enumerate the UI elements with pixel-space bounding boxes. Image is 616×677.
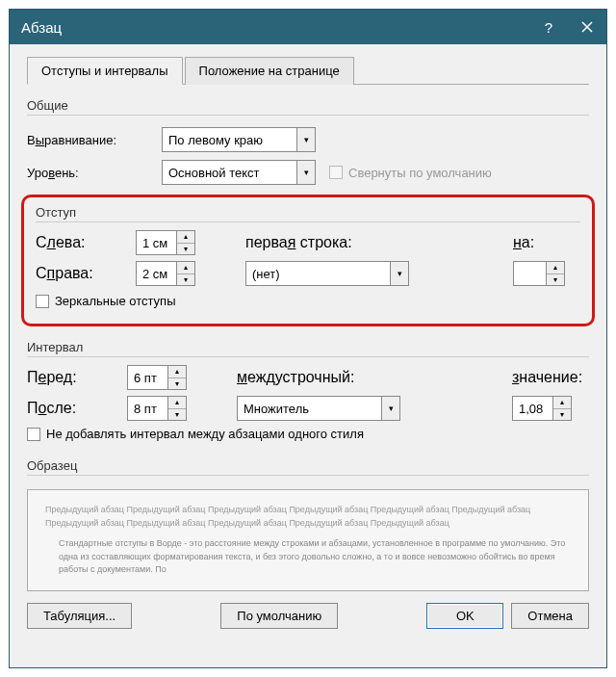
close-icon	[581, 21, 593, 33]
tab-position[interactable]: Положение на странице	[185, 57, 354, 85]
preview-box: Предыдущий абзац Предыдущий абзац Предыд…	[27, 489, 589, 591]
window-title: Абзац	[21, 19, 529, 36]
firstline-select[interactable]: ▾	[245, 261, 409, 286]
linevalue-spinner[interactable]: ▴▾	[512, 396, 572, 421]
before-spinner[interactable]: ▴▾	[127, 365, 187, 390]
linevalue-label: значение:	[512, 369, 582, 386]
spin-up-icon[interactable]: ▴	[177, 262, 194, 274]
left-indent-label: Слева:	[36, 234, 136, 251]
spin-down-icon[interactable]: ▾	[168, 409, 186, 421]
section-indent: Отступ	[36, 205, 580, 222]
right-indent-label: Справа:	[36, 265, 136, 282]
close-button[interactable]	[568, 10, 606, 44]
right-indent-spinner[interactable]: ▴▾	[136, 261, 195, 286]
chevron-down-icon[interactable]: ▾	[381, 396, 400, 421]
chevron-down-icon[interactable]: ▾	[296, 160, 316, 185]
preview-prev-text: Предыдущий абзац Предыдущий абзац Предыд…	[45, 504, 571, 530]
alignment-label: Выравнивание:	[27, 133, 162, 147]
linespacing-select[interactable]: ▾	[237, 396, 400, 421]
before-label: Перед:	[27, 369, 127, 386]
by-spinner[interactable]: ▴▾	[513, 261, 565, 286]
collapse-label: Свернуты по умолчанию	[348, 166, 492, 180]
collapse-checkbox[interactable]	[329, 166, 343, 179]
firstline-label: первая строка:	[245, 234, 352, 251]
spin-up-icon[interactable]: ▴	[168, 397, 186, 409]
linespacing-label: междустрочный:	[237, 369, 354, 386]
section-preview: Образец	[27, 458, 589, 476]
nospace-checkbox[interactable]	[27, 428, 40, 441]
spin-down-icon[interactable]: ▾	[547, 274, 564, 286]
indent-highlight: Отступ Слева: ▴▾ первая строка: на:	[21, 195, 595, 326]
chevron-down-icon[interactable]: ▾	[296, 127, 316, 152]
section-general: Общие	[27, 98, 589, 116]
level-select[interactable]: ▾	[162, 160, 316, 185]
level-label: Уровень:	[27, 166, 162, 180]
preview-sample-text: Стандартные отступы в Ворде - это рассто…	[45, 537, 571, 577]
mirror-checkbox[interactable]	[36, 295, 49, 308]
spin-up-icon[interactable]: ▴	[168, 366, 186, 378]
after-label: После:	[27, 400, 127, 417]
spin-up-icon[interactable]: ▴	[547, 262, 564, 274]
mirror-label: Зеркальные отступы	[55, 294, 175, 308]
default-button[interactable]: По умолчанию	[220, 603, 338, 629]
spin-up-icon[interactable]: ▴	[553, 397, 571, 409]
tabs-button[interactable]: Табуляция...	[27, 603, 132, 629]
ok-button[interactable]: OK	[426, 603, 503, 629]
alignment-select[interactable]: ▾	[162, 127, 316, 152]
section-interval: Интервал	[27, 340, 589, 357]
spin-up-icon[interactable]: ▴	[177, 231, 194, 244]
titlebar: Абзац ?	[10, 10, 606, 44]
help-button[interactable]: ?	[529, 10, 568, 44]
tab-strip: Отступы и интервалы Положение на страниц…	[27, 56, 589, 85]
tab-indents[interactable]: Отступы и интервалы	[27, 57, 183, 85]
spin-down-icon[interactable]: ▾	[553, 409, 571, 421]
cancel-button[interactable]: Отмена	[511, 603, 589, 629]
spin-down-icon[interactable]: ▾	[177, 244, 194, 255]
nospace-label: Не добавлять интервал между абзацами одн…	[46, 427, 364, 441]
spin-down-icon[interactable]: ▾	[168, 378, 186, 390]
chevron-down-icon[interactable]: ▾	[390, 261, 409, 286]
left-indent-spinner[interactable]: ▴▾	[136, 230, 195, 255]
spin-down-icon[interactable]: ▾	[177, 274, 194, 286]
by-label: на:	[513, 234, 534, 251]
after-spinner[interactable]: ▴▾	[127, 396, 187, 421]
